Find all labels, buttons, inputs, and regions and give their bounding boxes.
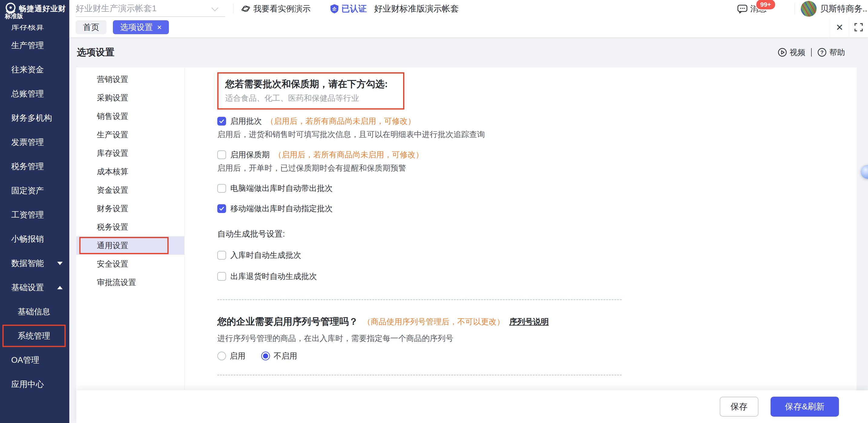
demo-example-label: 我要看实例演示 [253,3,311,14]
checkbox-checked-icon[interactable] [217,204,226,213]
checkbox-unchecked-icon[interactable] [217,272,226,281]
sidebar-item-tax-mgmt[interactable]: 税务管理 [0,154,69,178]
settings-nav-item-security[interactable]: 安全设置 [76,255,184,273]
sidebar-item-system-mgmt[interactable]: 系统管理 [0,324,69,348]
batch-checkbox-row-1: 启用保质期（启用后，若所有商品尚未启用，可修改） [217,150,857,160]
account-name-label: 好业财标准版演示帐套 [374,3,459,14]
sidebar-item-app-center[interactable]: 应用中心 [0,372,69,396]
user-name-label[interactable]: 贝斯特商务... [820,3,868,14]
checkbox-unchecked-icon[interactable] [217,184,226,193]
settings-nav-item-funds[interactable]: 资金设置 [76,181,184,199]
sidebar-item-finance-multi-org[interactable]: 财务多机构 [0,106,69,130]
question-circle-icon: ? [817,48,827,57]
help-link[interactable]: ? 帮助 [817,47,845,58]
auto-batch-checkbox-row-1: 出库退货时自动生成批次 [217,271,857,282]
batch-section-title: 您若需要批次和保质期，请在下方勾选: [225,78,397,91]
sidebar-item-basic-settings[interactable]: 基础设置 [0,275,69,299]
sidebar-item-payroll-mgmt[interactable]: 工资管理 [0,203,69,227]
topbar-divider [233,4,234,13]
auto-batch-title: 自动生成批号设置: [217,228,857,239]
certified-badge[interactable]: 企 已认证 [330,3,367,14]
batch-checkbox-list: 启用批次（启用后，若所有商品尚未启用，可修改）启用后，进货和销售时可填写批次信息… [217,116,857,214]
bottom-action-bar: 保存 保存&刷新 [76,390,868,423]
svg-text:企: 企 [332,6,337,11]
batch-section-header-annotated: 您若需要批次和保质期，请在下方勾选: 适合食品、化工、医药和保健品等行业 [217,72,404,109]
sidebar-item-xiaochang-expense[interactable]: 小畅报销 [0,227,69,251]
shield-certified-icon: 企 [330,4,339,13]
settings-nav-label: 采购设置 [97,93,128,103]
tab-close-icon[interactable]: × [157,23,162,31]
checkbox-description: 启用后，开单时，已过保质期时会有提醒和保质期预警 [217,163,857,173]
account-set-label: 好业财生产演示帐套1 [76,3,157,14]
settings-nav-item-purchase[interactable]: 采购设置 [76,89,184,107]
serial-help-link[interactable]: 序列号说明 [509,317,549,327]
sidebar-item-label: 工资管理 [11,209,44,220]
brand-edition-label: 标准版 [5,12,23,20]
video-link[interactable]: 视频 [778,47,805,58]
main-sidebar: 畅捷通好业财 标准版 库存核算生产管理往来资金总账管理财务多机构发票管理税务管理… [0,0,69,423]
settings-nav-item-approval-flow[interactable]: 审批流设置 [76,273,184,292]
settings-nav-item-cost-accounting[interactable]: 成本核算 [76,162,184,181]
chevron-up-icon [57,286,63,289]
demo-example-link[interactable]: 我要看实例演示 [241,3,311,14]
sidebar-item-inventory-accounting[interactable]: 库存核算 [0,20,69,33]
checkbox-note: （启用后，若所有商品尚未启用，可修改） [266,116,415,127]
sidebar-item-fixed-assets[interactable]: 固定资产 [0,178,69,203]
settings-nav-label: 资金设置 [97,185,128,195]
messages-button[interactable]: 消息 99+ [737,3,767,14]
settings-nav-label: 财务设置 [97,203,128,214]
chevron-down-icon [57,262,63,265]
settings-nav-item-finance[interactable]: 财务设置 [76,199,184,218]
settings-nav-item-tax[interactable]: 税务设置 [76,218,184,236]
section-divider [217,375,622,376]
serial-section-desc: 进行序列号管理的商品，在出入库时，需要指定每一个商品的序列号 [217,333,857,344]
sidebar-item-label: 应用中心 [11,379,44,390]
app-window: 畅捷通好业财 标准版 库存核算生产管理往来资金总账管理财务多机构发票管理税务管理… [0,0,868,423]
settings-nav-item-marketing[interactable]: 营销设置 [76,70,184,89]
settings-panel: 营销设置采购设置销售设置生产设置库存设置成本核算资金设置财务设置税务设置通用设置… [76,67,857,423]
settings-nav-item-production[interactable]: 生产设置 [76,126,184,144]
close-page-button[interactable]: ✕ [830,17,849,37]
fullscreen-button[interactable] [849,17,868,37]
settings-nav-label: 销售设置 [97,111,128,122]
radio-selected-icon[interactable] [261,352,270,360]
sidebar-item-general-ledger[interactable]: 总账管理 [0,82,69,106]
radio-unselected-icon[interactable] [217,352,226,360]
save-refresh-button[interactable]: 保存&刷新 [771,397,839,417]
sidebar-item-basic-info[interactable]: 基础信息 [0,299,69,324]
sidebar-item-label: 数据智能 [11,258,44,269]
sidebar-item-production-mgmt[interactable]: 生产管理 [0,33,69,58]
tab-option-settings[interactable]: 选项设置 × [113,20,169,34]
serial-section-note: （商品使用序列号管理后，不可以更改） [363,317,504,327]
radio-label: 不启用 [274,351,297,361]
sidebar-item-label: 系统管理 [18,330,50,341]
sidebar-item-data-intelligence[interactable]: 数据智能 [0,251,69,275]
close-icon: ✕ [836,22,843,33]
user-avatar[interactable] [801,1,816,17]
sidebar-item-label: 总账管理 [11,88,44,99]
floating-assistant-icon[interactable] [861,165,868,179]
sidebar-header: 畅捷通好业财 标准版 [0,0,69,20]
settings-nav-item-general[interactable]: 通用设置 [76,236,184,255]
sidebar-menu: 库存核算生产管理往来资金总账管理财务多机构发票管理税务管理固定资产工资管理小畅报… [0,20,69,423]
account-set-selector[interactable]: 好业财生产演示帐套1 [76,1,225,17]
auto-batch-checkbox-row-0: 入库时自动生成批次 [217,250,857,261]
sidebar-item-oa-mgmt[interactable]: OA管理 [0,348,69,372]
settings-nav-label: 税务设置 [97,222,128,232]
serial-radio-1[interactable]: 不启用 [261,351,297,361]
sidebar-item-label: 固定资产 [11,185,44,196]
sidebar-item-invoice-mgmt[interactable]: 发票管理 [0,130,69,154]
sidebar-item-label: 小畅报销 [11,234,44,245]
batch-checkbox-row-0: 启用批次（启用后，若所有商品尚未启用，可修改） [217,116,857,127]
settings-nav-item-inventory[interactable]: 库存设置 [76,144,184,162]
checkbox-checked-icon[interactable] [217,117,226,126]
save-button[interactable]: 保存 [720,397,758,417]
tab-home[interactable]: 首页 [76,20,106,34]
checkbox-unchecked-icon[interactable] [217,151,226,159]
checkbox-unchecked-icon[interactable] [217,251,226,260]
sidebar-item-current-funds[interactable]: 往来资金 [0,58,69,82]
globe-icon [241,4,250,13]
settings-nav-item-sales[interactable]: 销售设置 [76,107,184,126]
serial-radio-0[interactable]: 启用 [217,351,245,361]
batch-section-subtitle: 适合食品、化工、医药和保健品等行业 [225,93,397,103]
